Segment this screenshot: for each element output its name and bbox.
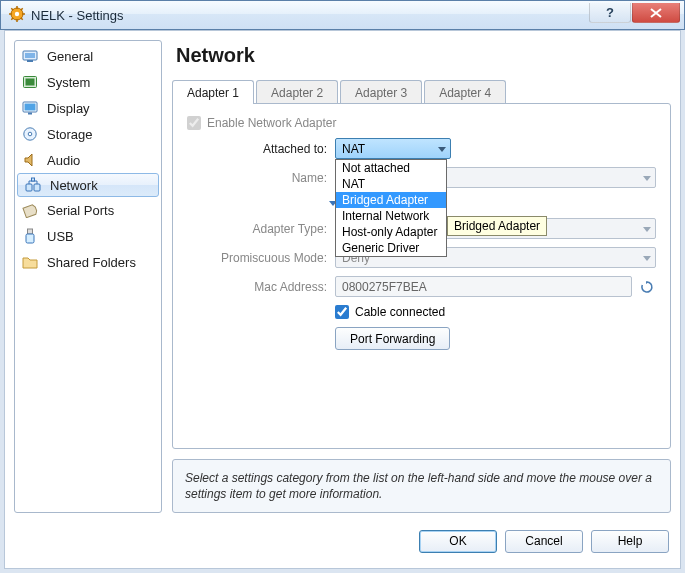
svg-rect-21 [34,184,40,191]
help-panel: Select a settings category from the list… [172,459,671,513]
svg-line-8 [11,17,13,19]
svg-rect-24 [26,234,34,243]
name-label: Name: [187,171,327,185]
svg-rect-20 [26,184,32,191]
tooltip: Bridged Adapter [447,216,547,236]
sidebar-item-label: System [47,75,90,90]
sidebar-item-shared-folders[interactable]: Shared Folders [15,249,161,275]
sidebar-item-system[interactable]: System [15,69,161,95]
sidebar-item-label: Network [50,178,98,193]
sidebar-item-label: Shared Folders [47,255,136,270]
sidebar-item-serial-ports[interactable]: Serial Ports [15,197,161,223]
storage-icon [21,125,39,143]
enable-network-adapter-checkbox[interactable] [187,116,201,130]
dialog-body: General System Display Storage Audio Net… [4,30,681,569]
chevron-down-icon [438,147,446,152]
window-title: NELK - Settings [31,8,124,23]
system-icon [21,73,39,91]
general-icon [21,47,39,65]
option-nat[interactable]: NAT [336,176,446,192]
page-title: Network [176,44,671,67]
ok-button[interactable]: OK [419,530,497,553]
tab-adapter-2[interactable]: Adapter 2 [256,80,338,104]
attached-to-label: Attached to: [187,142,327,156]
sidebar-item-general[interactable]: General [15,43,161,69]
adapter-type-label: Adapter Type: [187,222,327,236]
sidebar-item-label: General [47,49,93,64]
svg-rect-16 [25,104,36,111]
shared-folders-icon [21,253,39,271]
option-generic-driver[interactable]: Generic Driver [336,240,446,256]
option-bridged-adapter[interactable]: Bridged Adapter [336,192,446,208]
sidebar-item-label: USB [47,229,74,244]
sidebar-item-storage[interactable]: Storage [15,121,161,147]
content-area: Network Adapter 1 Adapter 2 Adapter 3 Ad… [172,40,671,513]
attached-to-dropdown[interactable]: Not attached NAT Bridged Adapter Interna… [335,159,447,257]
mac-address-label: Mac Address: [187,280,327,294]
attached-to-select[interactable]: NAT [335,138,451,159]
svg-rect-22 [32,178,35,181]
svg-line-6 [11,8,13,10]
network-icon [24,176,42,194]
sidebar-item-label: Audio [47,153,80,168]
adapter-1-panel: Enable Network Adapter Attached to: NAT … [172,103,671,449]
option-not-attached[interactable]: Not attached [336,160,446,176]
chevron-down-icon [643,227,651,232]
sidebar-item-label: Serial Ports [47,203,114,218]
svg-point-1 [15,11,19,15]
dialog-button-bar: OK Cancel Help [14,523,671,559]
sidebar-item-network[interactable]: Network [17,173,159,197]
window-titlebar: NELK - Settings ? [0,0,685,30]
cancel-button[interactable]: Cancel [505,530,583,553]
settings-sidebar: General System Display Storage Audio Net… [14,40,162,513]
option-host-only-adapter[interactable]: Host-only Adapter [336,224,446,240]
mac-address-input[interactable] [335,276,632,297]
adapter-tabs: Adapter 1 Adapter 2 Adapter 3 Adapter 4 [172,79,671,103]
help-button[interactable]: Help [591,530,669,553]
sidebar-item-display[interactable]: Display [15,95,161,121]
usb-icon [21,227,39,245]
display-icon [21,99,39,117]
gear-icon [9,6,25,25]
option-internal-network[interactable]: Internal Network [336,208,446,224]
tab-adapter-3[interactable]: Adapter 3 [340,80,422,104]
svg-point-19 [28,132,32,136]
cable-connected-checkbox[interactable] [335,305,349,319]
audio-icon [21,151,39,169]
chevron-down-icon [643,256,651,261]
svg-line-7 [21,17,23,19]
svg-rect-12 [27,60,33,62]
close-button[interactable] [632,3,680,23]
sidebar-item-label: Storage [47,127,93,142]
tab-adapter-1[interactable]: Adapter 1 [172,80,254,104]
cable-connected-label: Cable connected [355,305,445,319]
sidebar-item-usb[interactable]: USB [15,223,161,249]
sidebar-item-label: Display [47,101,90,116]
svg-rect-11 [25,53,35,58]
serial-ports-icon [21,201,39,219]
svg-rect-23 [28,229,33,234]
enable-network-adapter-label: Enable Network Adapter [207,116,336,130]
promiscuous-mode-label: Promiscuous Mode: [187,251,327,265]
svg-rect-17 [28,113,32,115]
refresh-mac-button[interactable] [638,278,656,296]
tab-adapter-4[interactable]: Adapter 4 [424,80,506,104]
svg-rect-14 [26,79,35,86]
sidebar-item-audio[interactable]: Audio [15,147,161,173]
svg-line-9 [21,8,23,10]
port-forwarding-button[interactable]: Port Forwarding [335,327,450,350]
chevron-down-icon [643,176,651,181]
help-button[interactable]: ? [589,3,631,23]
